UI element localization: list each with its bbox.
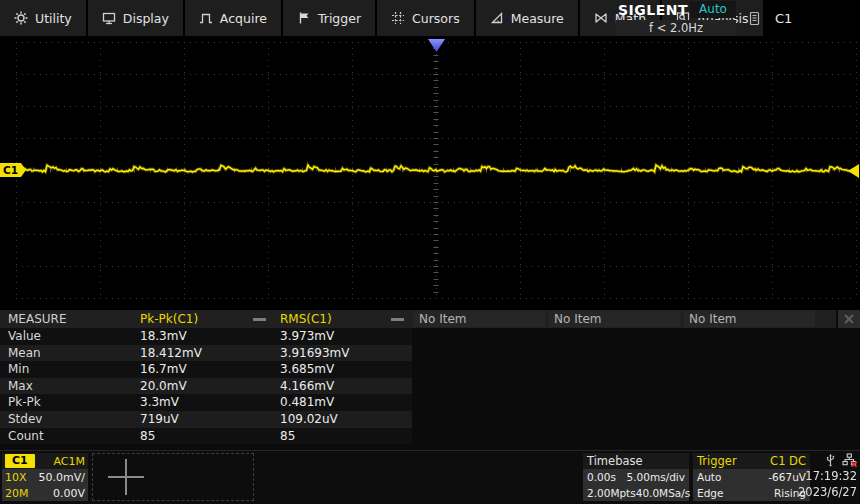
row-label: Count (8, 428, 44, 445)
remove-measure-icon[interactable] (253, 314, 266, 325)
cell-value: 4.166mV (280, 378, 334, 395)
channel-offset-marker[interactable]: C1 (0, 163, 26, 177)
acquire-icon (199, 11, 213, 25)
table-row: Stdev 719uV 109.02uV (0, 411, 412, 428)
cell-value: 85 (280, 428, 295, 445)
timebase-scale: 5.00ms/div (627, 471, 685, 483)
channel-badge: C1 (5, 454, 35, 468)
channel-bandwidth: 20M (5, 487, 29, 500)
channel-scale: 50.0mV/ (39, 471, 85, 484)
measure-slot-empty-3[interactable]: No Item (684, 311, 815, 327)
cell-value: 109.02uV (280, 411, 338, 428)
menu-item-measure[interactable]: Measure (476, 0, 580, 36)
channel-descriptor-box[interactable]: C1 AC1M 10X 50.0mV/ 20M 0.00V (2, 453, 88, 501)
measure-close-button[interactable] (838, 310, 860, 328)
trigger-mode: Auto (697, 471, 721, 483)
waveform-display[interactable] (0, 36, 860, 310)
row-label: Max (8, 378, 33, 395)
gear-icon (14, 11, 28, 25)
display-icon (102, 11, 116, 25)
measure-slot-empty-1[interactable]: No Item (414, 311, 545, 327)
menu-item-utility[interactable]: Utility (0, 0, 88, 36)
timebase-delay: 0.00s (587, 471, 616, 483)
table-row: Mean 18.412mV 3.91693mV (0, 345, 412, 362)
menu-item-label: Measure (511, 11, 564, 26)
menu-item-label: Cursors (412, 11, 460, 26)
timebase-samplerate: 40.0MSa/s (636, 487, 691, 499)
cell-value: 18.412mV (140, 345, 202, 362)
cell-value: 3.973mV (280, 328, 334, 345)
measure-panel: MEASURE Pk-Pk(C1) RMS(C1) No Item No Ite… (0, 310, 860, 450)
row-label: Min (8, 361, 29, 378)
menu-item-label: Display (123, 11, 169, 26)
cell-value: 3.3mV (140, 394, 179, 411)
cell-value: 16.7mV (140, 361, 187, 378)
timebase-title: Timebase (587, 454, 643, 468)
menu-item-label: Acquire (220, 11, 267, 26)
measure-icon (490, 11, 504, 25)
menu-item-label: Utility (35, 11, 72, 26)
timebase-memory: 2.00Mpts (587, 487, 636, 499)
cursors-icon (391, 11, 405, 25)
menu-item-trigger[interactable]: Trigger (283, 0, 377, 36)
add-channel-icon (108, 459, 144, 495)
close-icon (843, 313, 855, 325)
frequency-counter: f < 2.0Hz (616, 20, 736, 36)
brand-logo: SIGLENT (616, 2, 690, 18)
row-label: Stdev (8, 411, 42, 428)
table-row: Pk-Pk 3.3mV 0.481mV (0, 394, 412, 411)
measure-table: Value 18.3mV 3.973mV Mean 18.412mV 3.916… (0, 328, 412, 444)
channel-offset-label: C1 (0, 163, 21, 177)
cell-value: 719uV (140, 411, 179, 428)
system-status-block: 17:19:32 2023/6/27 (797, 453, 857, 501)
table-row: Min 16.7mV 3.685mV (0, 361, 412, 378)
cell-value: 0.481mV (280, 394, 334, 411)
top-menu-bar: Utility Display Acquire (0, 0, 860, 36)
cell-value: 18.3mV (140, 328, 187, 345)
acquisition-status[interactable]: Auto (690, 1, 736, 18)
measure-slot-empty-2[interactable]: No Item (549, 311, 680, 327)
add-channel-slot[interactable] (92, 453, 254, 501)
trigger-box[interactable]: Trigger C1 DC Auto -667uV Edge Rising (693, 453, 810, 501)
active-channel-indicator[interactable]: C1 (748, 0, 792, 36)
menu-item-label: Trigger (318, 11, 361, 26)
flag-icon (297, 11, 311, 25)
timebase-box[interactable]: Timebase 0.00s 5.00ms/div 2.00Mpts 40.0M… (583, 453, 689, 501)
list-icon (748, 11, 761, 26)
active-channel-label: C1 (775, 11, 792, 26)
cell-value: 20.0mV (140, 378, 187, 395)
clock-date: 2023/6/27 (797, 484, 857, 500)
lan-disconnected-icon[interactable] (842, 453, 857, 467)
usb-icon[interactable] (824, 453, 837, 467)
measure-title: MEASURE (8, 312, 66, 326)
row-label: Mean (8, 345, 41, 362)
row-label: Value (8, 328, 41, 345)
cell-value: 85 (140, 428, 155, 445)
trigger-type: Edge (697, 487, 723, 499)
math-icon (594, 11, 608, 25)
channel-probe: 10X (5, 471, 27, 484)
cell-value: 3.91693mV (280, 345, 350, 362)
measure-column-rms[interactable]: RMS(C1) (280, 312, 332, 326)
brand-status-block: SIGLENT Auto f < 2.0Hz (616, 0, 736, 36)
channel-offset-arrow-icon (21, 163, 26, 177)
table-row: Max 20.0mV 4.166mV (0, 378, 412, 395)
channel-coupling: AC1M (53, 455, 85, 468)
menu-item-display[interactable]: Display (88, 0, 185, 36)
table-row: Count 85 85 (0, 428, 412, 445)
remove-measure-icon[interactable] (391, 314, 404, 325)
bottom-status-bar: C1 AC1M 10X 50.0mV/ 20M 0.00V Timebase 0… (0, 450, 860, 504)
menu-item-cursors[interactable]: Cursors (377, 0, 476, 36)
clock-time: 17:19:32 (797, 468, 857, 484)
trigger-title: Trigger (697, 454, 737, 468)
table-row: Value 18.3mV 3.973mV (0, 328, 412, 345)
row-label: Pk-Pk (8, 394, 41, 411)
cell-value: 3.685mV (280, 361, 334, 378)
measure-column-pkpk[interactable]: Pk-Pk(C1) (140, 312, 198, 326)
channel-offset: 0.00V (53, 487, 85, 500)
trigger-level-marker[interactable] (848, 164, 859, 178)
menu-item-acquire[interactable]: Acquire (185, 0, 283, 36)
oscilloscope-screen: Utility Display Acquire (0, 0, 860, 504)
